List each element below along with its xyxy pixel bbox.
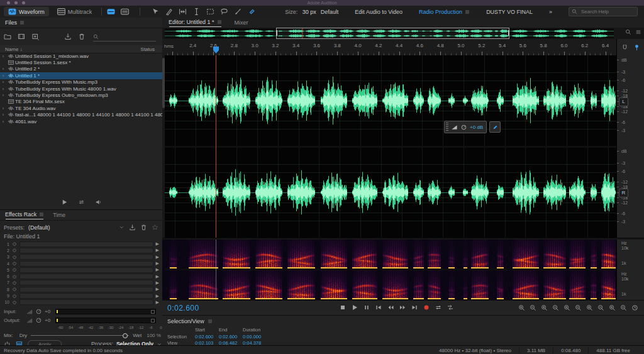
effect-slot-6[interactable]: 6▶ bbox=[0, 273, 162, 279]
search-help-box[interactable] bbox=[569, 7, 638, 16]
slot-power-icon[interactable] bbox=[12, 255, 17, 260]
zoom-to-out-point-button[interactable] bbox=[574, 303, 582, 312]
zoom-in-button[interactable] bbox=[608, 303, 616, 312]
waveform-view-icon[interactable] bbox=[107, 8, 115, 16]
tab-time[interactable]: Time bbox=[53, 212, 65, 218]
zoom-out-time-button[interactable] bbox=[528, 303, 537, 312]
presets-value[interactable]: (Default) bbox=[28, 224, 50, 231]
tab-selection-view[interactable]: Selection/View bbox=[167, 318, 213, 324]
zoom-out-full-button[interactable] bbox=[596, 303, 605, 312]
effect-slot-2[interactable]: 2▶ bbox=[0, 247, 162, 253]
mix-slider[interactable] bbox=[31, 335, 129, 336]
file-row[interactable]: ›TubeBuddy Express With Music 48000 1.wa… bbox=[0, 86, 162, 92]
range-left-handle[interactable] bbox=[276, 30, 277, 36]
pause-button[interactable] bbox=[362, 303, 371, 312]
size-value[interactable]: 30 px bbox=[303, 9, 316, 15]
waveform-mode-button[interactable]: Waveform bbox=[4, 7, 49, 16]
go-to-end-button[interactable] bbox=[410, 303, 419, 312]
effect-slot-3[interactable]: 3▶ bbox=[0, 254, 162, 260]
selection-end[interactable]: 0:02.600 bbox=[219, 334, 243, 341]
skip-selection-button[interactable] bbox=[446, 303, 455, 312]
zoom-out-amplitude-button[interactable] bbox=[551, 303, 560, 312]
save-preset-icon[interactable] bbox=[129, 224, 136, 231]
input-knob-icon[interactable] bbox=[35, 308, 42, 315]
search-help-input[interactable] bbox=[580, 8, 635, 15]
effect-slot-7[interactable]: 7▶ bbox=[0, 280, 162, 286]
workspace-menu-icon[interactable] bbox=[465, 9, 470, 14]
multitrack-mode-button[interactable]: Multitrack bbox=[53, 7, 97, 16]
lasso-selection-tool-icon[interactable] bbox=[220, 8, 228, 16]
timecode-display[interactable]: 0:02.600 bbox=[167, 304, 199, 313]
output-knob-icon[interactable] bbox=[35, 317, 42, 324]
go-to-start-button[interactable] bbox=[374, 303, 383, 312]
zoom-in-time-button[interactable] bbox=[517, 303, 526, 312]
zoom-out-button[interactable] bbox=[619, 303, 628, 312]
zoom-to-in-point-button[interactable] bbox=[562, 303, 571, 312]
slot-power-icon[interactable] bbox=[12, 280, 17, 285]
amplitude-scale[interactable]: dB-3-6-12-18-∞-18-12-6-3LdB-3-6-12-18-∞-… bbox=[616, 55, 644, 238]
effect-slot-10[interactable]: 10▶ bbox=[0, 299, 162, 306]
loop-playback-button[interactable] bbox=[434, 303, 443, 312]
file-row[interactable]: ›Untitled 1 * bbox=[0, 72, 162, 79]
workspace-overflow-chevrons[interactable]: » bbox=[549, 9, 552, 15]
slip-tool-icon[interactable] bbox=[179, 8, 187, 16]
wet-value[interactable]: 100 % bbox=[147, 333, 161, 338]
slot-power-icon[interactable] bbox=[12, 300, 17, 305]
file-row[interactable]: ›TE 304 Audio.wav bbox=[0, 105, 162, 111]
zoom-in-amplitude-button[interactable] bbox=[540, 303, 548, 312]
timeline-ruler[interactable]: hms 2.42.62.83.03.23.43.63.84.04.24.44.6… bbox=[162, 39, 644, 56]
effect-slot-5[interactable]: 5▶ bbox=[0, 267, 162, 273]
move-tool-icon[interactable] bbox=[151, 8, 159, 16]
slot-power-icon[interactable] bbox=[12, 267, 17, 272]
channel-badge-l[interactable]: L bbox=[619, 97, 628, 106]
preview-loop-icon[interactable] bbox=[78, 199, 85, 206]
view-range-box[interactable] bbox=[276, 28, 509, 39]
marquee-selection-tool-icon[interactable] bbox=[206, 8, 214, 16]
slot-power-icon[interactable] bbox=[12, 261, 17, 266]
razor-tool-icon[interactable] bbox=[165, 8, 173, 16]
file-row[interactable]: ›fast-ai...1 48000 1 44100 1 48000 1 441… bbox=[0, 112, 162, 118]
spectral-display[interactable]: Hz10k1kHz10k1k bbox=[162, 240, 644, 300]
hud-knob-icon[interactable] bbox=[460, 124, 467, 131]
record-button[interactable] bbox=[422, 303, 431, 312]
effect-slot-4[interactable]: 4▶ bbox=[0, 260, 162, 267]
rewind-button[interactable] bbox=[386, 303, 395, 312]
range-right-handle[interactable] bbox=[508, 30, 509, 36]
tab-editor[interactable]: Editor: Untitled 1 * bbox=[169, 19, 222, 26]
spectrogram-canvas[interactable] bbox=[165, 240, 616, 300]
auto-play-icon[interactable] bbox=[95, 199, 102, 206]
panel-menu-icon[interactable] bbox=[19, 20, 25, 25]
play-button[interactable] bbox=[350, 303, 359, 312]
waveform-canvas[interactable] bbox=[165, 55, 616, 238]
effect-slot-8[interactable]: 8▶ bbox=[0, 286, 162, 292]
presets-dropdown-icon[interactable] bbox=[119, 224, 125, 230]
channel-badge-r[interactable]: R bbox=[619, 189, 628, 197]
file-row[interactable]: TE 304 Final Mix.sesx bbox=[0, 99, 162, 105]
volume-hud[interactable]: +0 dB bbox=[444, 121, 501, 133]
file-row[interactable]: ›4061.wav bbox=[0, 118, 162, 124]
snapping-clock-button[interactable] bbox=[630, 303, 639, 312]
open-file-icon[interactable] bbox=[4, 33, 11, 40]
zoom-to-selection-button[interactable] bbox=[585, 303, 594, 312]
name-column-header[interactable]: Name ↓ bbox=[5, 47, 23, 52]
hud-gain-value[interactable]: +0 dB bbox=[470, 124, 483, 130]
file-row[interactable]: ›Untitled 2 * bbox=[0, 66, 162, 72]
tab-effects-rack[interactable]: Effects Rack bbox=[5, 211, 44, 219]
export-mixdown-icon[interactable] bbox=[64, 33, 72, 40]
panel-menu-icon[interactable] bbox=[208, 319, 213, 324]
workspace-edit-audio-to-video[interactable]: Edit Audio to Video bbox=[355, 9, 402, 15]
slot-power-icon[interactable] bbox=[12, 241, 17, 246]
slot-power-icon[interactable] bbox=[12, 294, 17, 299]
slot-power-icon[interactable] bbox=[12, 287, 17, 292]
favorite-icon[interactable] bbox=[152, 224, 158, 231]
slot-power-icon[interactable] bbox=[12, 248, 17, 253]
status-column-header[interactable]: Status bbox=[140, 47, 155, 52]
workspace-default[interactable]: Default bbox=[321, 9, 339, 15]
import-media-icon[interactable] bbox=[18, 33, 25, 40]
effect-slot-9[interactable]: 9▶ bbox=[0, 292, 162, 299]
file-row[interactable]: ›TubeBuddy Express Outro_mixdown.mp3 bbox=[0, 92, 162, 98]
spectral-view-icon[interactable] bbox=[121, 8, 129, 16]
navigator-zoom-icon[interactable] bbox=[625, 29, 631, 35]
paintbrush-selection-tool-icon[interactable] bbox=[234, 8, 242, 16]
panel-menu-icon[interactable] bbox=[39, 212, 44, 217]
